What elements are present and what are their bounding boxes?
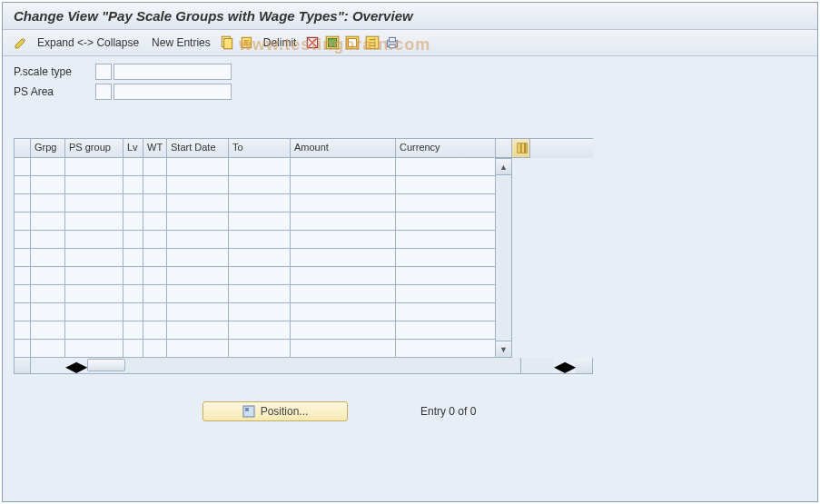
cell-grpg[interactable] bbox=[31, 194, 65, 212]
cell-cur[interactable] bbox=[396, 321, 496, 340]
table-row[interactable] bbox=[15, 340, 496, 358]
cell-lv[interactable] bbox=[123, 194, 143, 212]
cell-lv[interactable] bbox=[123, 285, 143, 303]
pscale-type-value-input[interactable] bbox=[114, 64, 232, 80]
cell-psg[interactable] bbox=[65, 176, 123, 194]
scroll-right2-icon[interactable]: ▶ bbox=[565, 358, 576, 373]
cell-lv[interactable] bbox=[123, 212, 143, 231]
cell-psg[interactable] bbox=[65, 231, 123, 249]
cell-grpg[interactable] bbox=[31, 285, 65, 303]
cell-cur[interactable] bbox=[396, 267, 496, 285]
cell-to[interactable] bbox=[229, 321, 291, 340]
select-all-icon[interactable] bbox=[324, 35, 341, 51]
print-icon[interactable] bbox=[384, 35, 400, 51]
ps-area-code-input[interactable] bbox=[95, 84, 112, 100]
col-grpg[interactable]: Grpg bbox=[31, 139, 65, 158]
table-row[interactable] bbox=[15, 267, 496, 285]
cell-cur[interactable] bbox=[396, 194, 496, 212]
cell-lv[interactable] bbox=[123, 321, 143, 340]
copy-as-icon[interactable] bbox=[239, 35, 255, 51]
delete-icon[interactable] bbox=[304, 35, 321, 51]
cell-amt[interactable] bbox=[291, 194, 396, 212]
cell-grpg[interactable] bbox=[31, 212, 65, 231]
cell-psg[interactable] bbox=[65, 249, 123, 267]
hscroll-thumb[interactable] bbox=[87, 359, 125, 371]
cell-amt[interactable] bbox=[291, 176, 396, 194]
cell-sel[interactable] bbox=[15, 231, 31, 249]
cell-sel[interactable] bbox=[15, 176, 31, 194]
new-entries-button[interactable]: New Entries bbox=[146, 35, 216, 51]
cell-amt[interactable] bbox=[291, 321, 396, 340]
cell-psg[interactable] bbox=[65, 285, 123, 303]
col-to[interactable]: To bbox=[229, 139, 291, 158]
cell-sd[interactable] bbox=[167, 194, 229, 212]
cell-sd[interactable] bbox=[167, 285, 229, 303]
table-row[interactable] bbox=[15, 285, 496, 303]
cell-amt[interactable] bbox=[291, 249, 396, 267]
copy-icon[interactable] bbox=[219, 35, 235, 51]
cell-lv[interactable] bbox=[123, 158, 143, 176]
config-icon[interactable] bbox=[364, 35, 380, 51]
cell-wt[interactable] bbox=[143, 267, 167, 285]
table-row[interactable] bbox=[15, 176, 496, 194]
scroll-up-icon[interactable]: ▲ bbox=[496, 159, 511, 175]
table-row[interactable] bbox=[15, 303, 496, 321]
cell-wt[interactable] bbox=[143, 340, 167, 358]
cell-grpg[interactable] bbox=[31, 158, 65, 176]
cell-cur[interactable] bbox=[396, 249, 496, 267]
cell-sd[interactable] bbox=[167, 231, 229, 249]
cell-sd[interactable] bbox=[167, 158, 229, 176]
cell-psg[interactable] bbox=[65, 212, 123, 231]
table-row[interactable] bbox=[15, 231, 496, 249]
cell-to[interactable] bbox=[229, 194, 291, 212]
cell-psg[interactable] bbox=[65, 158, 123, 176]
cell-sel[interactable] bbox=[15, 321, 31, 340]
cell-amt[interactable] bbox=[291, 303, 396, 321]
cell-sel[interactable] bbox=[15, 212, 31, 231]
cell-wt[interactable] bbox=[143, 249, 167, 267]
cell-sel[interactable] bbox=[15, 340, 31, 358]
cell-sd[interactable] bbox=[167, 340, 229, 358]
table-row[interactable] bbox=[15, 158, 496, 176]
cell-grpg[interactable] bbox=[31, 340, 65, 358]
cell-lv[interactable] bbox=[123, 249, 143, 267]
cell-wt[interactable] bbox=[143, 231, 167, 249]
table-row[interactable] bbox=[15, 321, 496, 340]
scroll-left2-icon[interactable]: ◀ bbox=[554, 358, 565, 373]
cell-amt[interactable] bbox=[291, 285, 396, 303]
col-selector[interactable] bbox=[15, 139, 31, 158]
column-config-icon[interactable] bbox=[512, 139, 530, 158]
deselect-all-icon[interactable] bbox=[344, 35, 361, 51]
cell-psg[interactable] bbox=[65, 267, 123, 285]
cell-sd[interactable] bbox=[167, 176, 229, 194]
table-row[interactable] bbox=[15, 249, 496, 267]
cell-lv[interactable] bbox=[123, 231, 143, 249]
cell-grpg[interactable] bbox=[31, 303, 65, 321]
cell-amt[interactable] bbox=[291, 212, 396, 231]
cell-wt[interactable] bbox=[143, 158, 167, 176]
cell-to[interactable] bbox=[229, 267, 291, 285]
table-row[interactable] bbox=[15, 194, 496, 212]
col-start-date[interactable]: Start Date bbox=[167, 139, 229, 158]
cell-cur[interactable] bbox=[396, 303, 496, 321]
cell-lv[interactable] bbox=[123, 303, 143, 321]
col-ps-group[interactable]: PS group bbox=[65, 139, 123, 158]
cell-sd[interactable] bbox=[167, 303, 229, 321]
col-currency[interactable]: Currency bbox=[396, 139, 496, 158]
cell-sel[interactable] bbox=[15, 194, 31, 212]
cell-wt[interactable] bbox=[143, 194, 167, 212]
toggle-edit-icon[interactable] bbox=[13, 35, 29, 51]
cell-wt[interactable] bbox=[143, 176, 167, 194]
cell-sel[interactable] bbox=[15, 158, 31, 176]
cell-sel[interactable] bbox=[15, 303, 31, 321]
cell-cur[interactable] bbox=[396, 231, 496, 249]
cell-to[interactable] bbox=[229, 249, 291, 267]
cell-psg[interactable] bbox=[65, 321, 123, 340]
cell-lv[interactable] bbox=[123, 267, 143, 285]
cell-sd[interactable] bbox=[167, 321, 229, 340]
pscale-type-code-input[interactable] bbox=[95, 64, 112, 80]
cell-psg[interactable] bbox=[65, 194, 123, 212]
cell-wt[interactable] bbox=[143, 303, 167, 321]
cell-grpg[interactable] bbox=[31, 267, 65, 285]
delimit-button[interactable]: Delimit bbox=[258, 35, 302, 51]
